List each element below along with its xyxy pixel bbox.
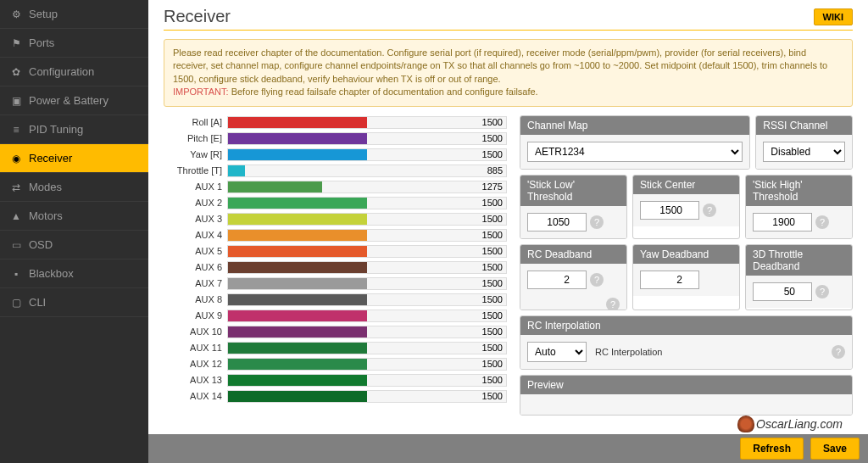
nav-icon: ⇄ <box>10 181 22 193</box>
channel-row: Yaw [R] 1500 <box>164 148 507 162</box>
channel-value: 1500 <box>482 359 503 370</box>
rssi-select[interactable]: Disabled <box>763 142 845 162</box>
throttle-deadband-input[interactable] <box>753 282 812 301</box>
channel-bar: 1500 <box>227 148 507 161</box>
channel-row: Roll [A] 1500 <box>164 115 507 130</box>
channel-row: AUX 9 1500 <box>164 309 507 323</box>
nav-icon: ▣ <box>10 95 22 107</box>
rc-interp-select[interactable]: Auto <box>527 342 587 362</box>
channel-row: AUX 13 1500 <box>164 373 507 388</box>
sidebar-item-cli[interactable]: ▢CLI <box>0 288 148 317</box>
channel-value: 1500 <box>482 117 503 128</box>
nav-icon: ⚑ <box>10 37 22 49</box>
page-title: Receiver <box>164 7 231 26</box>
stick-low-input[interactable] <box>527 213 587 232</box>
throttle-deadband-header: 3D Throttle Deadband <box>746 245 852 276</box>
channel-label: AUX 7 <box>164 278 227 288</box>
channel-label: AUX 14 <box>164 391 227 401</box>
rc-deadband-input[interactable] <box>527 271 587 289</box>
channel-row: AUX 2 1500 <box>164 196 507 210</box>
refresh-button[interactable]: Refresh <box>740 438 804 460</box>
help-icon[interactable]: ? <box>590 273 604 287</box>
channel-map-select[interactable]: AETR1234 <box>527 142 743 162</box>
main-content: Receiver WIKI Please read receiver chapt… <box>148 0 868 463</box>
channel-value: 1500 <box>482 391 503 402</box>
sidebar-item-motors[interactable]: ▲Motors <box>0 202 148 231</box>
channel-label: AUX 10 <box>164 326 227 337</box>
channel-value: 1500 <box>482 343 503 354</box>
help-icon[interactable]: ? <box>703 204 716 217</box>
sidebar-item-pid-tuning[interactable]: ≡PID Tuning <box>0 115 148 144</box>
nav-label: CLI <box>29 296 46 309</box>
channel-bar: 1500 <box>227 310 507 322</box>
channel-bar: 1500 <box>227 326 507 338</box>
stick-center-header: Stick Center <box>633 176 739 194</box>
sidebar-item-configuration[interactable]: ✿Configuration <box>0 58 148 86</box>
help-icon[interactable]: ? <box>815 215 829 229</box>
channel-row: AUX 3 1500 <box>164 212 507 226</box>
channel-value: 1500 <box>482 230 503 241</box>
channel-label: AUX 5 <box>164 246 227 256</box>
preview-header: Preview <box>520 376 852 394</box>
channel-bar: 1500 <box>227 293 507 306</box>
stick-low-header: 'Stick Low' Threshold <box>520 176 626 206</box>
watermark-logo-icon <box>737 416 754 432</box>
help-icon[interactable]: ? <box>590 215 604 229</box>
channel-row: AUX 6 1500 <box>164 260 507 275</box>
channel-bar: 1500 <box>227 390 507 403</box>
channel-bar: 1500 <box>227 116 507 129</box>
sidebar-item-blackbox[interactable]: ▪Blackbox <box>0 259 148 288</box>
channel-label: AUX 3 <box>164 214 227 224</box>
channel-row: Throttle [T] 885 <box>164 164 507 178</box>
sidebar-item-receiver[interactable]: ◉Receiver <box>0 144 148 173</box>
channel-bar: 1500 <box>227 374 507 387</box>
channel-bar: 885 <box>227 165 507 177</box>
help-icon[interactable]: ? <box>832 345 845 359</box>
channel-label: Roll [A] <box>164 117 227 127</box>
channel-value: 1500 <box>482 214 503 225</box>
channel-bar: 1500 <box>227 261 507 274</box>
sidebar-item-ports[interactable]: ⚑Ports <box>0 29 148 58</box>
nav-label: PID Tuning <box>29 123 83 136</box>
channel-row: AUX 7 1500 <box>164 276 507 291</box>
channel-value: 1500 <box>482 198 503 209</box>
important-text: Before flying read failsafe chapter of d… <box>229 86 538 97</box>
sidebar-item-setup[interactable]: ⚙Setup <box>0 0 148 29</box>
channel-bar: 1500 <box>227 245 507 258</box>
channel-value: 1500 <box>482 375 503 386</box>
yaw-deadband-header: Yaw Deadband <box>633 245 739 264</box>
channel-label: AUX 4 <box>164 230 227 240</box>
channel-label: AUX 6 <box>164 262 227 272</box>
stick-high-input[interactable] <box>753 213 812 232</box>
stick-high-header: 'Stick High' Threshold <box>746 176 852 206</box>
channel-map-header: Channel Map <box>520 116 749 135</box>
watermark-text: OscarLiang.com <box>756 417 843 431</box>
help-icon[interactable]: ? <box>815 285 829 298</box>
save-button[interactable]: Save <box>810 438 860 460</box>
channel-value: 1500 <box>482 262 503 273</box>
channel-label: AUX 1 <box>164 181 227 192</box>
nav-label: Receiver <box>29 152 72 165</box>
sidebar-item-modes[interactable]: ⇄Modes <box>0 173 148 202</box>
wiki-button[interactable]: WIKI <box>814 8 853 25</box>
rc-interp-header: RC Interpolation <box>520 316 852 335</box>
nav-label: Ports <box>29 36 54 49</box>
channel-bar: 1500 <box>227 358 507 371</box>
channel-value: 885 <box>487 165 503 176</box>
stick-center-input[interactable] <box>640 201 699 220</box>
info-note: Please read receiver chapter of the docu… <box>164 39 853 107</box>
sidebar-item-power-battery[interactable]: ▣Power & Battery <box>0 86 148 115</box>
channel-row: Pitch [E] 1500 <box>164 131 507 146</box>
help-icon[interactable]: ? <box>606 298 620 310</box>
sidebar-item-osd[interactable]: ▭OSD <box>0 231 148 259</box>
channel-label: AUX 12 <box>164 359 227 369</box>
nav-icon: ◉ <box>10 153 22 165</box>
nav-label: Configuration <box>29 65 94 78</box>
channel-value: 1500 <box>482 246 503 257</box>
channel-row: AUX 10 1500 <box>164 325 507 339</box>
nav-label: Blackbox <box>29 267 74 280</box>
rc-interp-label: RC Interpolation <box>595 347 663 357</box>
channel-bars: Roll [A] 1500 Pitch [E] 1500 Yaw [R] 150… <box>164 115 507 421</box>
yaw-deadband-input[interactable] <box>640 271 699 289</box>
channel-value: 1500 <box>482 149 503 160</box>
